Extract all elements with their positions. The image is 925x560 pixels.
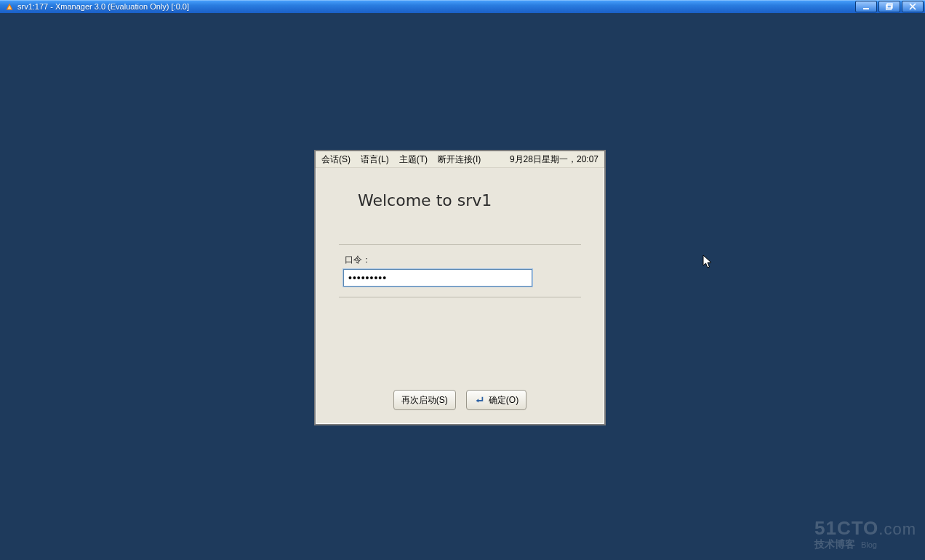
login-menubar: 会话(S) 语言(L) 主题(T) 断开连接(I) 9月28日星期一，20:07 — [316, 151, 604, 168]
watermark-suffix: .com — [878, 520, 916, 538]
password-label: 口令： — [345, 254, 585, 266]
minimize-button[interactable] — [855, 1, 877, 12]
welcome-heading: Welcome to srv1 — [358, 191, 585, 209]
watermark-blog: Blog — [861, 540, 877, 549]
divider-top — [339, 244, 581, 245]
menu-disconnect[interactable]: 断开连接(I) — [438, 153, 481, 166]
remote-desktop-area: 会话(S) 语言(L) 主题(T) 断开连接(I) 9月28日星期一，20:07… — [0, 13, 925, 560]
menu-language[interactable]: 语言(L) — [361, 153, 389, 166]
app-icon — [4, 1, 15, 12]
restart-button[interactable]: 再次启动(S) — [393, 390, 456, 410]
window-title: srv1:177 - Xmanager 3.0 (Evaluation Only… — [17, 2, 189, 11]
datetime-label: 9月28日星期一，20:07 — [510, 153, 598, 166]
close-button[interactable] — [902, 1, 924, 12]
password-input[interactable] — [343, 269, 532, 287]
svg-rect-0 — [863, 8, 869, 9]
button-row: 再次启动(S) 确定(O) — [335, 390, 585, 415]
window-titlebar: srv1:177 - Xmanager 3.0 (Evaluation Only… — [0, 0, 925, 13]
ok-button[interactable]: 确定(O) — [466, 390, 526, 410]
mouse-cursor-icon — [702, 255, 713, 272]
watermark-sub: 技术博客 — [814, 538, 855, 550]
restore-button[interactable] — [878, 1, 900, 12]
login-dialog: 会话(S) 语言(L) 主题(T) 断开连接(I) 9月28日星期一，20:07… — [314, 150, 606, 425]
enter-icon — [474, 395, 484, 405]
menu-theme[interactable]: 主题(T) — [399, 153, 428, 166]
ok-button-label: 确定(O) — [489, 394, 518, 407]
watermark-brand: 51CTO — [814, 517, 878, 539]
menu-session[interactable]: 会话(S) — [321, 153, 351, 166]
watermark: 51CTO.com 技术博客Blog — [814, 517, 916, 551]
restart-button-label: 再次启动(S) — [401, 394, 448, 407]
divider-bottom — [339, 297, 581, 297]
